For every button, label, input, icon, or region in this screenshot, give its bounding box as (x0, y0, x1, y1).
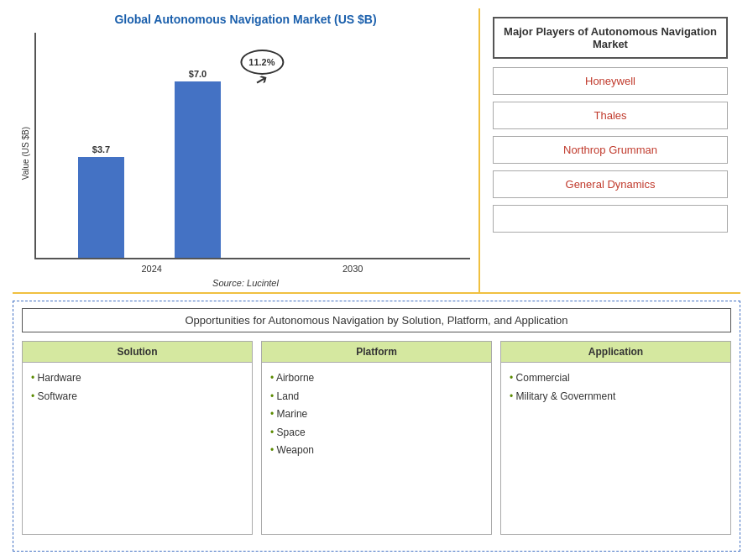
chart-area: Value (US $B) 11.2% ➔ $3.7 (21, 33, 470, 274)
chart-section: Global Autonomous Navigation Market (US … (13, 8, 480, 292)
solution-item-software: Software (31, 388, 243, 406)
y-axis-label: Value (US $B) (21, 127, 30, 180)
bar-label-2024: 2024 (142, 264, 162, 274)
player-empty (493, 205, 728, 233)
bar-group-2024: $3.7 (78, 144, 124, 258)
bottom-section: Opportunities for Autonomous Navigation … (13, 301, 740, 552)
application-column: Application Commercial Military & Govern… (500, 341, 731, 535)
players-title: Major Players of Autonomous Navigation M… (493, 17, 728, 59)
bars-and-axes: 11.2% ➔ $3.7 $7.0 (34, 33, 470, 259)
bar-group-2030: $7.0 (175, 69, 221, 258)
bar-label-2030: 2030 (343, 264, 363, 274)
application-item-military: Military & Government (510, 388, 722, 406)
solution-item-hardware: Hardware (31, 369, 243, 388)
solution-header: Solution (23, 342, 252, 363)
player-honeywell: Honeywell (493, 67, 728, 95)
application-header: Application (501, 342, 730, 363)
platform-item-weapon: Weapon (270, 442, 483, 460)
solution-content: Hardware Software (23, 363, 252, 412)
application-content: Commercial Military & Government (501, 363, 730, 412)
opportunities-title: Opportunities for Autonomous Navigation … (22, 308, 731, 332)
platform-column: Platform Airborne Land Marine Space Weap… (261, 341, 492, 535)
bar-value-2030: $7.0 (189, 69, 207, 79)
bar-value-2024: $3.7 (92, 144, 110, 154)
platform-content: Airborne Land Marine Space Weapon (262, 363, 491, 467)
platform-item-airborne: Airborne (270, 369, 483, 388)
application-item-commercial: Commercial (510, 369, 722, 388)
bar-2024 (78, 157, 124, 258)
top-section: Global Autonomous Navigation Market (US … (13, 8, 740, 294)
platform-item-land: Land (270, 388, 483, 406)
player-general-dynamics: General Dynamics (493, 170, 728, 198)
platform-item-marine: Marine (270, 406, 483, 424)
source-text: Source: Lucintel (212, 278, 279, 288)
player-thales: Thales (493, 102, 728, 129)
player-northrop: Northrop Grumman (493, 136, 728, 164)
platform-header: Platform (262, 342, 491, 363)
platform-item-space: Space (270, 424, 483, 442)
players-section: Major Players of Autonomous Navigation M… (480, 8, 740, 292)
x-axis-labels: 2024 2030 (34, 259, 470, 274)
chart-title: Global Autonomous Navigation Market (US … (114, 13, 376, 26)
bars-container: 11.2% ➔ $3.7 $7.0 (34, 33, 470, 274)
solution-column: Solution Hardware Software (22, 341, 253, 535)
cagr-annotation: 11.2% ➔ (240, 50, 284, 89)
main-container: Global Autonomous Navigation Market (US … (0, 0, 753, 560)
columns-container: Solution Hardware Software Platform Airb… (22, 341, 731, 535)
bar-2030 (175, 81, 221, 258)
